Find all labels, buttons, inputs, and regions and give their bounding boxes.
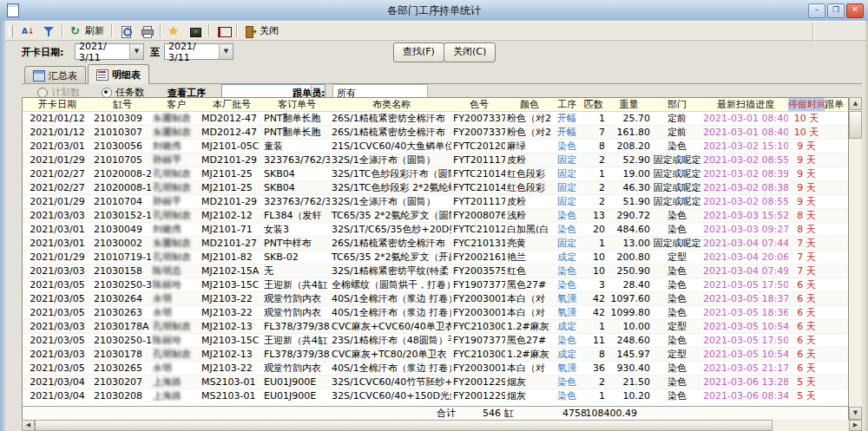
cell-remark xyxy=(825,292,845,306)
cell: FYT2011171 xyxy=(451,153,505,167)
cell: 6 天 xyxy=(788,320,825,334)
favorite-button[interactable]: ★ xyxy=(164,23,185,40)
table-row[interactable]: 2021/03/0521030265永明MJ2103-22观堂竹韵内衣40S/1… xyxy=(23,362,848,375)
cell: 亮黄 xyxy=(505,237,552,251)
manual-button[interactable] xyxy=(213,23,233,40)
column-header-11[interactable]: 部门 xyxy=(653,98,701,111)
cell: 161.80 xyxy=(608,126,653,140)
cell: 28.40 xyxy=(608,278,653,292)
table-row[interactable]: 2021/01/1221010309东圃制农MD2012-47PNT翻单长胞26… xyxy=(23,112,848,126)
scroll-left-icon[interactable]: ◀ xyxy=(22,420,35,431)
table-row[interactable]: 2021/03/0321030178A孔明制农MJ2102-13FL378/37… xyxy=(23,320,848,334)
date-from-field[interactable]: 2021/ 3/11 ▼ xyxy=(75,43,144,60)
cell: 成定 xyxy=(552,320,582,334)
cell: 2021/03/03 xyxy=(26,348,89,362)
minimize-button[interactable]: – xyxy=(808,3,825,18)
table-row[interactable]: 2021/03/0321030178孔明制农MJ2102-13FL378/379… xyxy=(23,348,848,362)
to-label: 至 xyxy=(150,46,160,59)
tab-detail[interactable]: 明细表 xyxy=(88,64,149,84)
cell: 2021-03-05 17:50 缝头 xyxy=(701,334,788,348)
refresh-button[interactable]: ↻ 刷新 xyxy=(66,23,108,40)
column-header-4[interactable]: 客订单号 xyxy=(262,98,330,111)
horizontal-scroll-thumb[interactable] xyxy=(35,420,773,431)
cell: 2021/03/03 xyxy=(26,264,89,278)
cell: MJ2101-82 xyxy=(200,251,262,264)
cell: 21020008-1 xyxy=(89,181,151,195)
table-row[interactable]: 2021/03/0421030207上海路MS2103-01EU01J900E3… xyxy=(23,375,848,389)
close-query-button[interactable]: 关闭(C) xyxy=(444,42,496,62)
export-button[interactable] xyxy=(185,23,206,40)
cell: 女装3 xyxy=(262,223,330,237)
column-header-8[interactable]: 工序 xyxy=(552,98,582,111)
column-header-5[interactable]: 布类名称 xyxy=(330,98,451,111)
cell: 染色 xyxy=(552,375,582,389)
column-header-1[interactable]: 缸号 xyxy=(89,98,151,111)
cell: 21020008-2 xyxy=(89,167,151,181)
scroll-right-icon[interactable]: ▶ xyxy=(849,420,862,431)
window-title: 各部门工序持单统计 xyxy=(0,3,868,18)
maximize-button[interactable]: ❐ xyxy=(827,3,845,18)
cell: 2021-03-04 07:44 成品检验 xyxy=(701,237,788,251)
table-row[interactable]: 2021/03/0421030208上海路MS2103-01EU01J900E3… xyxy=(23,389,848,403)
filter-button[interactable] xyxy=(38,23,59,40)
table-row[interactable]: 2021/03/0121030002东圃制农MD2101-27PNT中样布26S… xyxy=(23,237,848,251)
column-header-9[interactable]: 匹数 xyxy=(582,98,608,111)
table-row[interactable]: 2021/03/0121030049刘晓伟MJ2101-71女装332S/1T/… xyxy=(23,223,848,237)
table-row[interactable]: 2021/03/0521030250-1陈丽玲MJ2103-15C王迎新（共4缸… xyxy=(23,334,848,348)
print-preview-button[interactable] xyxy=(115,23,136,40)
cell: 定型 xyxy=(653,348,701,362)
print-button[interactable] xyxy=(136,23,157,40)
vertical-scroll-thumb[interactable] xyxy=(849,111,862,139)
horizontal-scrollbar[interactable]: ◀ ▶ xyxy=(22,420,862,431)
table-row[interactable]: 2021/03/0321030152-1孔明制农MJ2102-12FL384（发… xyxy=(23,209,848,223)
column-header-12[interactable]: 最新扫描进度 xyxy=(701,98,788,111)
cell-remark xyxy=(825,375,845,389)
cell: 烟灰 xyxy=(505,375,552,389)
column-header-0[interactable]: 开卡日期 xyxy=(26,98,89,111)
cell: 浅粉 xyxy=(505,209,552,223)
table-row[interactable]: 2021/03/0121030056刘晓伟MJ2101-05C童装21S/1CV… xyxy=(23,140,848,153)
close-toolbar-button[interactable]: ➜ 关闭 xyxy=(240,23,283,40)
scroll-up-icon[interactable]: ▲ xyxy=(849,97,862,110)
table-row[interactable]: 2021/03/0521030264永明MJ2103-22观堂竹韵内衣40S/1… xyxy=(23,292,848,306)
table-row[interactable]: 2021/01/2921010704孙丽平MD2101-29323763/762… xyxy=(23,195,848,209)
cell: 染色 xyxy=(552,334,582,348)
table-row[interactable]: 2021/03/0521030263永明MJ2103-22观堂竹韵内衣40S/1… xyxy=(23,306,848,320)
table-row[interactable]: 2021/03/0321030158陈明总MJ2102-15A无32S/1精棉紧… xyxy=(23,264,848,278)
cell: 东圃制农 xyxy=(151,126,200,140)
cell: 32S/1T/C65/35色纱+20D氨纶排间平纹（1R xyxy=(330,223,451,237)
tab-summary[interactable]: 汇总表 xyxy=(24,66,86,84)
column-header-14[interactable]: 跟单备注 xyxy=(825,98,845,111)
cell: 染色 xyxy=(653,334,701,348)
find-button[interactable]: 查找(F) xyxy=(393,42,444,62)
column-header-3[interactable]: 本厂批号 xyxy=(200,98,262,111)
total-label: 合计 xyxy=(437,407,456,420)
sort-icon: A↓ xyxy=(22,25,34,37)
chevron-down-icon[interactable]: ▼ xyxy=(129,44,143,59)
column-header-2[interactable]: 客户 xyxy=(151,98,200,111)
table-row[interactable]: 2021/03/0521030250-3陈丽玲MJ2103-15C王迎新（共4缸… xyxy=(23,278,848,292)
column-header-7[interactable]: 颜色 xyxy=(505,98,552,111)
table-row[interactable]: 2021/01/2921010705孙丽平MD2101-29323763/762… xyxy=(23,153,848,167)
table-row[interactable]: 2021/01/2921010719-1孔明制农MJ2101-82SKB-02T… xyxy=(23,251,848,264)
scroll-down-icon[interactable]: ▼ xyxy=(849,407,862,420)
cell-remark xyxy=(825,126,845,140)
table-row[interactable]: 2021/01/1221010307东圃制农MD2012-47PNT翻单长胞26… xyxy=(23,126,848,140)
cell: 21030265 xyxy=(89,362,151,375)
cell: 9 天 xyxy=(788,140,825,153)
column-header-13[interactable]: 停留时间↓ xyxy=(788,98,825,111)
cell: MJ2103-22 xyxy=(200,362,262,375)
table-row[interactable]: 2021/02/2721020008-2孔明制农MJ2101-25SKB0432… xyxy=(23,167,848,181)
close-window-button[interactable]: ✕ xyxy=(846,3,864,18)
sort-button[interactable]: A↓ xyxy=(17,23,38,40)
cell: 9 天 xyxy=(788,195,825,209)
toolbar-grip[interactable] xyxy=(9,25,13,37)
chevron-down-icon[interactable]: ▼ xyxy=(219,44,233,59)
column-header-6[interactable]: 色号 xyxy=(451,98,505,111)
cell: 染色 xyxy=(653,140,701,153)
vertical-scrollbar[interactable]: ▲ ▼ xyxy=(849,97,862,420)
date-to-field[interactable]: 2021/ 3/11 ▼ xyxy=(164,43,233,60)
table-row[interactable]: 2021/02/2721020008-1孔明制农MJ2101-25SKB0432… xyxy=(23,181,848,195)
cell: 2021/03/01 xyxy=(26,223,89,237)
column-header-10[interactable]: 重量 xyxy=(608,98,653,111)
